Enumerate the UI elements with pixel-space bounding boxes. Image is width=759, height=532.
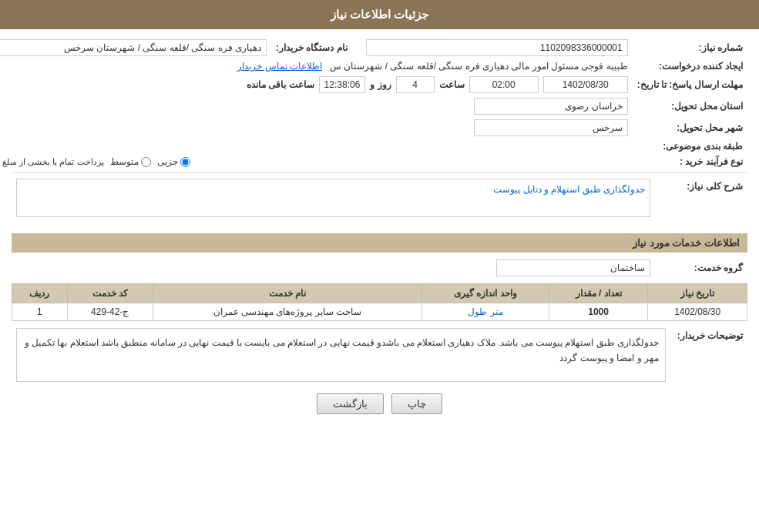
days-value: 4 [396,76,435,93]
page-container: جزئیات اطلاعات نیاز شماره نیاز: 11020983… [0,0,759,532]
page-header: جزئیات اطلاعات نیاز [0,0,759,29]
table-row: 1402/08/30 1000 متر طول ساخت سایر پروژه‌… [12,303,747,321]
td-date: 1402/08/30 [648,303,747,321]
buyer-desc-label: توضیحات خریدار: [670,326,747,384]
buttons-row: چاپ بازگشت [12,393,747,414]
city-value: سرخس [0,117,633,139]
purchase-mottasat-radio[interactable] [141,157,151,167]
need-number-label: شماره نیاز: [633,37,747,59]
service-group-label: گروه خدمت: [655,257,747,279]
need-number-box: 1102098336000001 [366,39,628,56]
purchase-mottasat-label: متوسط [110,156,139,167]
province-label: استان محل تحویل: [633,95,747,117]
response-deadline-label: مهلت ارسال پاسخ: تا تاریخ: [633,74,747,95]
purchase-mottasat-item: متوسط [110,156,151,167]
th-quantity: تعداد / مقدار [549,284,648,303]
response-date-value: 1402/08/30 [543,76,628,93]
purchase-type-row: پرداخت تمام یا بخشی از مبلغ خریداز محل "… [0,154,633,169]
purchase-jozvi-radio[interactable] [180,157,190,167]
creator-value: طبیبه فوجی مسئول امور مالی دهیاری فره سن… [0,59,633,74]
response-deadline-row: ساعت باقی مانده 12:38:06 روز و 4 ساعت 02… [0,74,633,95]
purchase-note-text: پرداخت تمام یا بخشی از مبلغ خریداز محل "… [0,157,104,167]
info-table-main: شماره نیاز: 1102098336000001 نام دستگاه … [0,37,747,169]
province-value: خراسان رضوی [0,95,633,117]
back-button[interactable]: بازگشت [317,393,384,414]
description-cell: جدولگذاری طبق استهلام و دتایل پیوست [12,176,655,227]
td-unit: متر طول [422,303,549,321]
buyer-desc-text: جدولگذاری طبق استهلام پیوست می باشد. ملا… [25,337,659,363]
th-date: تاریخ نیاز [648,284,747,303]
need-number-value: 1102098336000001 [361,37,633,59]
services-section-title: اطلاعات خدمات مورد نیاز [12,233,747,253]
province-box: خراسان رضوی [474,98,628,115]
city-label: شهر محل تحویل: [633,117,747,139]
remaining-time-value: 12:38:06 [319,76,366,93]
print-button[interactable]: چاپ [391,393,442,414]
remaining-time-label: ساعت باقی مانده [247,79,314,90]
td-quantity: 1000 [549,303,648,321]
service-group-table: گروه خدمت: ساختمان [12,257,747,279]
buyer-desc-table: توضیحات خریدار: جدولگذاری طبق استهلام پی… [12,326,747,384]
service-group-value: ساختمان [12,257,655,279]
buyer-desc-box: جدولگذاری طبق استهلام پیوست می باشد. ملا… [16,328,666,382]
days-label: روز و [370,79,391,90]
creator-text: طبیبه فوجی مسئول امور مالی دهیاری فره سن… [330,61,628,72]
response-time-value: 02:00 [469,76,539,93]
buyer-desc-cell: جدولگذاری طبق استهلام پیوست می باشد. ملا… [12,326,670,384]
buyer-org-box: دهیاری فره سنگی /قلعه سنگی / شهرستان سرخ… [0,39,267,56]
city-box: سرخس [474,119,628,136]
description-table: شرح کلی نیاز: جدولگذاری طبق استهلام و دت… [12,176,747,227]
service-group-box: ساختمان [496,259,650,276]
th-unit: واحد اندازه گیری [422,284,549,303]
main-content: شماره نیاز: 1102098336000001 نام دستگاه … [0,29,759,431]
td-row-num: 1 [12,303,68,321]
description-box: جدولگذاری طبق استهلام و دتایل پیوست [16,179,650,217]
th-service-code: کد خدمت [67,284,153,303]
th-row-num: ردیف [12,284,68,303]
page-title: جزئیات اطلاعات نیاز [331,8,428,21]
description-label: شرح کلی نیاز: [655,176,747,227]
time-label: ساعت [439,79,465,90]
th-service-name: نام خدمت [153,284,421,303]
creator-label: ایجاد کننده درخواست: [633,59,747,74]
td-service-code: ج-42-429 [67,303,153,321]
purchase-jozvi-item: جزیی [157,156,190,167]
buyer-org-label: نام دستگاه خریدار: [271,37,352,59]
category-label: طبقه بندی موضوعی: [633,139,747,154]
services-table: تاریخ نیاز تعداد / مقدار واحد اندازه گیر… [12,283,747,321]
buyer-org-value: دهیاری فره سنگی /قلعه سنگی / شهرستان سرخ… [0,37,271,59]
purchase-type-label: نوع فرآیند خرید : [633,154,747,169]
services-table-wrapper: تاریخ نیاز تعداد / مقدار واحد اندازه گیر… [12,283,747,321]
category-row: کالا/خدمت خدمت کالا [0,139,633,154]
td-service-name: ساخت سایر پروژه‌های مهندسی عمران [153,303,421,321]
purchase-jozvi-label: جزیی [157,156,178,167]
separator1 [12,172,747,173]
contact-link[interactable]: اطلاعات تماس خریدار [237,61,322,72]
description-text: جدولگذاری طبق استهلام و دتایل پیوست [493,184,645,195]
